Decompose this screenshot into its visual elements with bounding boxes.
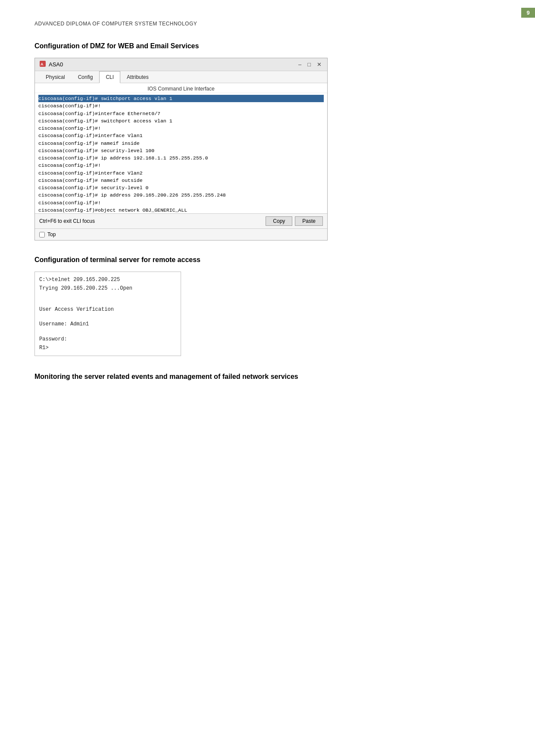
tab-attributes[interactable]: Attributes [120,71,155,83]
asa-window: A ASA0 – □ ✕ Physical Config CLI Attribu… [34,58,328,241]
cli-footer: Ctrl+F6 to exit CLI focus Copy Paste [35,214,327,228]
top-checkbox[interactable] [39,232,45,237]
window-bottom-bar: Top [35,228,327,240]
terminal-section-heading: Configuration of terminal server for rem… [34,256,501,264]
tab-config[interactable]: Config [72,71,100,83]
svg-text:A: A [41,62,44,66]
window-controls[interactable]: – □ ✕ [297,61,323,68]
tab-cli[interactable]: CLI [99,71,120,83]
paste-button[interactable]: Paste [295,216,323,226]
cli-footer-buttons: Copy Paste [266,216,323,226]
cli-content[interactable]: ciscoasa(config-if)# switchport access v… [35,93,327,214]
cli-hint: Ctrl+F6 to exit CLI focus [39,218,95,224]
close-button[interactable]: ✕ [316,61,323,68]
window-tabs: Physical Config CLI Attributes [35,71,327,83]
terminal-window: C:\>telnet 209.165.200.225Trying 209.165… [34,272,181,356]
monitoring-section-heading: Monitoring the server related events and… [34,372,501,382]
minimize-button[interactable]: – [297,61,303,68]
tab-physical[interactable]: Physical [39,71,72,83]
copy-button[interactable]: Copy [266,216,292,226]
page-number: 9 [526,9,529,16]
window-title-text: ASA0 [49,61,63,68]
cli-title: IOS Command Line Interface [35,83,327,93]
document-header: ADVANCED DIPLOMA OF COMPUTER SYSTEM TECH… [34,21,501,27]
asa-icon: A [39,60,46,69]
window-title-left: A ASA0 [39,60,63,69]
dmz-section-heading: Configuration of DMZ for WEB and Email S… [34,42,501,50]
page-number-badge: 9 [521,8,535,18]
restore-button[interactable]: □ [306,61,312,68]
window-titlebar: A ASA0 – □ ✕ [35,58,327,71]
top-label: Top [47,231,56,237]
